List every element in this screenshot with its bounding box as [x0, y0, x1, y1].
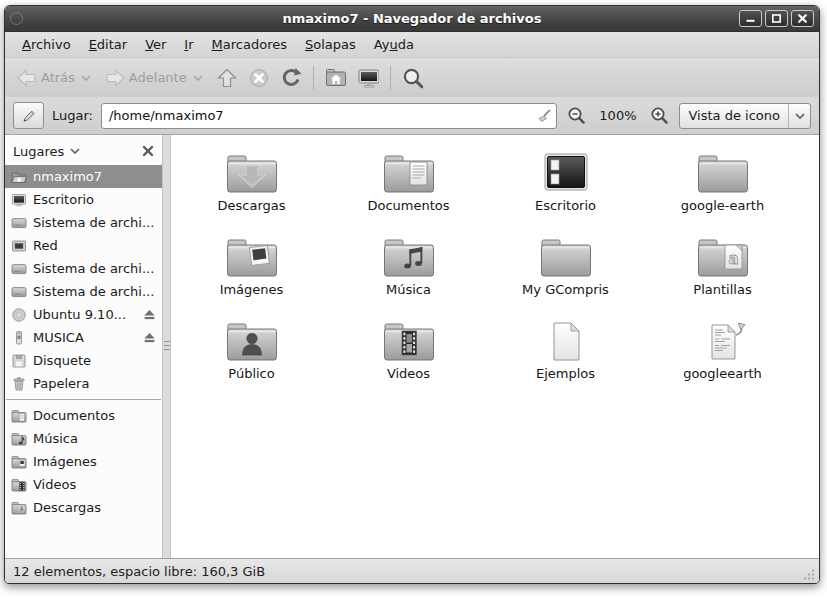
sidebar-item-sistema-de-archivos-1[interactable]: Sistema de archi...: [5, 211, 162, 234]
location-input-wrap: [101, 103, 557, 129]
sidebar-item-imagenes[interactable]: Imágenes: [5, 450, 162, 473]
back-button[interactable]: Atrás: [12, 64, 98, 92]
clear-brush-icon: [536, 108, 552, 124]
sidebar-item-disquete[interactable]: Disquete: [5, 349, 162, 372]
sidebar-item-sistema-de-archivos-2[interactable]: Sistema de archi...: [5, 257, 162, 280]
menu-item-label: M: [212, 37, 223, 52]
sidebar-item-label: Ubuntu 9.10...: [33, 307, 126, 322]
documents-folder-icon: [11, 408, 27, 424]
sidebar-item-musica-device[interactable]: MUSICA: [5, 326, 162, 349]
places-selector[interactable]: Lugares: [13, 144, 80, 159]
menu-item-label: E: [89, 37, 97, 52]
minimize-icon: [745, 14, 756, 23]
location-input[interactable]: [101, 103, 557, 129]
sidebar-item-musica[interactable]: Música: [5, 427, 162, 450]
zoom-in-button[interactable]: [648, 104, 671, 127]
sidebar-item-sistema-de-archivos-3[interactable]: Sistema de archi...: [5, 280, 162, 303]
resize-grip[interactable]: [802, 567, 816, 581]
sidebar-item-escritorio[interactable]: Escritorio: [5, 188, 162, 211]
close-icon: [797, 14, 808, 23]
forward-button[interactable]: Adelante: [100, 64, 210, 92]
menu-item-solapas[interactable]: Solapas: [296, 34, 365, 55]
menu-item-label: A: [22, 37, 31, 52]
sidebar-item-documentos[interactable]: Documentos: [5, 404, 162, 427]
reload-button[interactable]: [276, 64, 306, 92]
downloads-folder-icon: [226, 145, 278, 195]
svg-text:a: a: [728, 250, 738, 268]
desktop-icon: [11, 192, 27, 208]
videos-folder-icon: [383, 313, 435, 363]
sidebar-item-papelera[interactable]: Papelera: [5, 372, 162, 395]
menu-item-editar[interactable]: Editar: [80, 34, 137, 55]
menu-item-ir[interactable]: Ir: [175, 34, 202, 55]
maximize-icon: [771, 14, 782, 23]
computer-button[interactable]: [353, 64, 383, 92]
sidebar-item-videos[interactable]: Videos: [5, 473, 162, 496]
sidebar-item-descargas[interactable]: Descargas: [5, 496, 162, 519]
downloads-folder-icon: [11, 500, 27, 516]
file-item-descargas[interactable]: Descargas: [173, 143, 330, 227]
sidebar-item-label: Papelera: [33, 376, 89, 391]
drive-icon: [11, 284, 27, 300]
documents-folder-icon: [383, 145, 435, 195]
statusbar: 12 elementos, espacio libre: 160,3 GiB: [5, 558, 819, 583]
chevron-down-icon: [70, 148, 80, 154]
file-item-imagenes[interactable]: Imágenes: [173, 227, 330, 311]
menu-item-ayuda[interactable]: Ayuda: [365, 34, 423, 55]
stop-button[interactable]: [244, 64, 274, 92]
file-item-label: Videos: [387, 366, 430, 381]
videos-folder-icon: [11, 477, 27, 493]
status-text: 12 elementos, espacio libre: 160,3 GiB: [13, 564, 265, 579]
forward-history-chevron-icon[interactable]: [190, 75, 206, 81]
pictures-folder-icon: [226, 229, 278, 279]
view-mode-chevron: [788, 104, 810, 128]
up-button[interactable]: [212, 64, 242, 92]
file-item-ejemplos[interactable]: Ejemplos: [487, 311, 644, 395]
sidebar-item-ubuntu-9-10[interactable]: Ubuntu 9.10...: [5, 303, 162, 326]
file-item-label: Ejemplos: [536, 366, 595, 381]
eject-icon[interactable]: [143, 308, 156, 321]
minimize-button[interactable]: [739, 10, 762, 27]
menu-item-ver[interactable]: Ver: [136, 34, 175, 55]
home-button[interactable]: [321, 64, 351, 92]
file-item-escritorio[interactable]: Escritorio: [487, 143, 644, 227]
zoom-in-icon: [650, 106, 669, 125]
sidebar-item-label: Disquete: [33, 353, 91, 368]
file-item-musica[interactable]: Música: [330, 227, 487, 311]
eject-icon[interactable]: [143, 331, 156, 344]
templates-folder-icon: a: [697, 229, 749, 279]
back-history-chevron-icon[interactable]: [78, 75, 94, 81]
file-item-publico[interactable]: Público: [173, 311, 330, 395]
sidebar-item-red[interactable]: Red: [5, 234, 162, 257]
file-item-label: Plantillas: [693, 282, 751, 297]
sidebar-close-button[interactable]: [142, 145, 154, 157]
file-item-plantillas[interactable]: aPlantillas: [644, 227, 801, 311]
file-item-documentos[interactable]: Documentos: [330, 143, 487, 227]
maximize-button[interactable]: [765, 10, 788, 27]
pane-divider[interactable]: [162, 135, 171, 558]
file-item-videos[interactable]: Videos: [330, 311, 487, 395]
close-button[interactable]: [791, 10, 814, 27]
file-item-google-earth[interactable]: google-earth: [644, 143, 801, 227]
menu-item-marcadores[interactable]: Marcadores: [203, 34, 296, 55]
file-item-label: Público: [228, 366, 274, 381]
view-mode-select[interactable]: Vista de icono: [679, 103, 811, 129]
zoom-out-button[interactable]: [565, 104, 588, 127]
file-item-my-gcompris[interactable]: My GCompris: [487, 227, 644, 311]
search-button[interactable]: [398, 64, 428, 92]
menu-item-archivo[interactable]: Archivo: [13, 34, 80, 55]
reload-icon: [280, 67, 302, 89]
sidebar-item-label: Imágenes: [33, 454, 97, 469]
location-label: Lugar:: [52, 108, 93, 123]
menu-item-label: olapas: [313, 37, 356, 52]
sidebar-separator: [6, 399, 161, 400]
file-item-googleearth[interactable]: googleearth: [644, 311, 801, 395]
text-document-link-icon: [697, 313, 749, 363]
sidebar-item-nmaximo7[interactable]: nmaximo7: [5, 165, 162, 188]
clear-location-button[interactable]: [536, 108, 552, 124]
file-item-label: googleearth: [683, 366, 762, 381]
window-menu-icon[interactable]: [10, 12, 23, 25]
places-selector-label: Lugares: [13, 144, 64, 159]
titlebar[interactable]: nmaximo7 - Navegador de archivos: [5, 6, 819, 32]
edit-location-button[interactable]: [13, 102, 44, 129]
